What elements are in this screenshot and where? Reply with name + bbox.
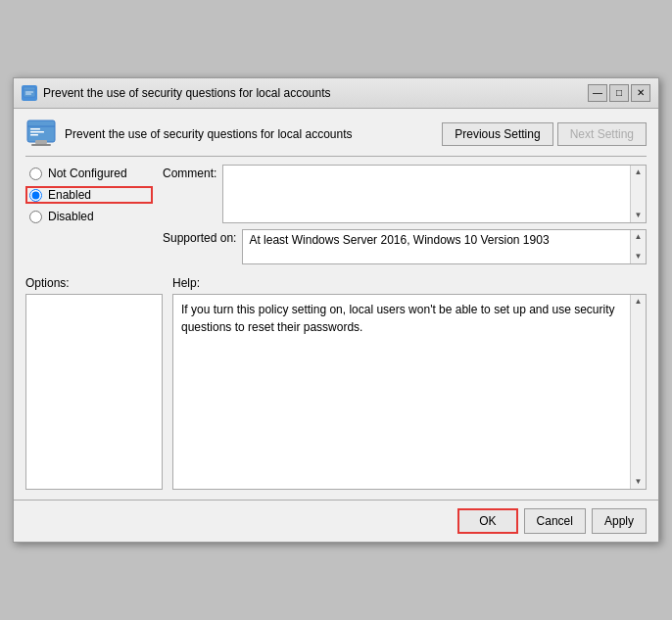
options-heading: Options: (25, 276, 163, 290)
comment-scrollbar: ▲ ▼ (630, 166, 646, 222)
supported-wrapper: At least Windows Server 2016, Windows 10… (242, 229, 647, 264)
comment-row: Comment: ▲ ▼ (163, 165, 647, 223)
supported-scroll-up: ▲ (631, 230, 646, 244)
dialog-body: Prevent the use of security questions fo… (14, 109, 658, 500)
supported-row: Supported on: At least Windows Server 20… (163, 229, 647, 264)
enabled-option: Enabled (25, 186, 153, 204)
supported-label: Supported on: (163, 229, 236, 245)
title-bar: Prevent the use of security questions fo… (14, 78, 658, 109)
enabled-label[interactable]: Enabled (48, 188, 91, 202)
help-panel: Help: If you turn this policy setting on… (172, 276, 647, 490)
title-text: Prevent the use of security questions fo… (43, 86, 331, 100)
help-scroll-down: ▼ (631, 475, 646, 489)
not-configured-option: Not Configured (25, 165, 153, 182)
dialog-icon (22, 85, 37, 101)
title-controls: — □ ✕ (588, 84, 650, 102)
not-configured-radio[interactable] (29, 167, 42, 180)
comment-label: Comment: (163, 165, 216, 180)
scroll-up-arrow: ▲ (631, 166, 646, 179)
svg-rect-3 (25, 94, 31, 95)
content-area: Not Configured Enabled Disabled Comment: (25, 165, 647, 264)
previous-setting-button[interactable]: Previous Setting (442, 122, 552, 146)
disabled-radio[interactable] (29, 211, 42, 223)
svg-rect-9 (35, 140, 47, 144)
maximize-button[interactable]: □ (609, 84, 629, 102)
comment-field-wrapper: ▲ ▼ (222, 165, 647, 223)
close-button[interactable]: ✕ (631, 84, 650, 102)
apply-button[interactable]: Apply (592, 508, 647, 534)
left-panel: Not Configured Enabled Disabled (25, 165, 163, 264)
not-configured-label[interactable]: Not Configured (48, 167, 127, 180)
title-bar-left: Prevent the use of security questions fo… (22, 85, 331, 101)
enabled-radio[interactable] (29, 189, 42, 202)
disabled-option: Disabled (25, 208, 153, 225)
options-panel: Options: (25, 276, 163, 490)
svg-rect-2 (25, 92, 33, 93)
next-setting-button[interactable]: Next Setting (557, 122, 647, 146)
svg-rect-7 (30, 131, 44, 133)
supported-value: At least Windows Server 2016, Windows 10… (243, 230, 630, 263)
comment-textarea[interactable] (223, 166, 630, 222)
help-wrapper: If you turn this policy setting on, loca… (172, 294, 647, 490)
header-buttons: Previous Setting Next Setting (442, 122, 647, 146)
header-title: Prevent the use of security questions fo… (65, 127, 353, 141)
supported-scrollbar: ▲ ▼ (630, 230, 646, 263)
svg-rect-6 (30, 128, 40, 130)
footer: OK Cancel Apply (14, 500, 658, 542)
ok-button[interactable]: OK (457, 508, 517, 534)
help-heading: Help: (172, 276, 647, 290)
options-box (25, 294, 163, 490)
help-text: If you turn this policy setting on, loca… (173, 295, 630, 489)
supported-scroll-down: ▼ (631, 250, 646, 263)
bottom-section: Options: Help: If you turn this policy s… (25, 276, 647, 490)
scroll-down-arrow: ▼ (631, 209, 646, 222)
cancel-button[interactable]: Cancel (524, 508, 586, 534)
disabled-label[interactable]: Disabled (48, 210, 94, 223)
dialog: Prevent the use of security questions fo… (13, 77, 659, 543)
header-left: Prevent the use of security questions fo… (25, 119, 442, 150)
header-row: Prevent the use of security questions fo… (25, 119, 647, 157)
right-panel: Comment: ▲ ▼ Supported on: At least Wind… (163, 165, 647, 264)
minimize-button[interactable]: — (588, 84, 607, 102)
help-scrollbar: ▲ ▼ (630, 295, 646, 489)
svg-rect-8 (30, 134, 38, 136)
help-scroll-up: ▲ (631, 295, 646, 309)
header-icon (25, 119, 57, 150)
svg-rect-10 (31, 144, 51, 146)
